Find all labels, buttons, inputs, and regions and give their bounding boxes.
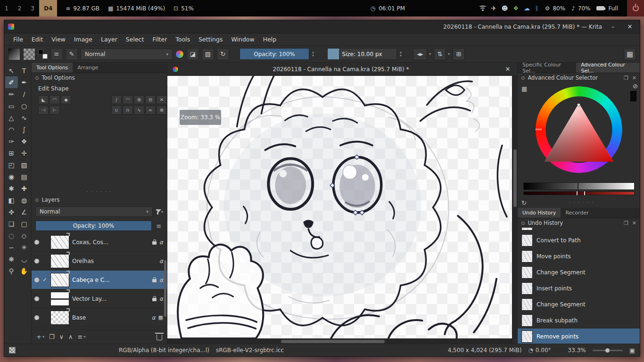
tool-smart-patch[interactable]: ✚ [18, 182, 31, 194]
close-docker-icon-2[interactable]: ✕ [632, 220, 636, 226]
corner-point-button[interactable]: ◣ [38, 95, 49, 104]
undo-item[interactable]: Move points [518, 228, 640, 232]
layer-row[interactable]: ✓Cabeça e C...α [32, 271, 167, 289]
tool-polyline[interactable]: ∿ [18, 112, 31, 123]
layer-row[interactable]: Vector Lay...α [32, 289, 167, 308]
undo-item[interactable]: Remove points [518, 329, 640, 344]
apps-icon[interactable]: ❖ [513, 5, 519, 12]
visibility-icon[interactable] [34, 296, 39, 301]
tool-rectangle[interactable]: ▭ [5, 100, 18, 112]
filter-caret-icon[interactable]: ▾ [161, 210, 163, 214]
workspace-chooser-button[interactable]: ▦ [624, 48, 636, 60]
canvas[interactable]: Zoom: 33.3 % [167, 76, 512, 338]
tool-freehand-select[interactable]: ∽ [5, 241, 18, 253]
move-layer-up-button[interactable]: ∧ [68, 333, 73, 340]
add-layer-button[interactable]: +▾ [36, 333, 44, 340]
zoom-slider-thumb[interactable] [605, 348, 610, 353]
lock-icon[interactable] [152, 298, 157, 301]
layer-name[interactable]: Cabeça e C... [72, 277, 149, 283]
menu-help[interactable]: Help [259, 36, 281, 43]
menu-edit[interactable]: Edit [27, 36, 47, 43]
float-docker-icon-2[interactable]: ❐ [624, 220, 628, 226]
advanced-selector-header[interactable]: ⊙ Advanced Colour Selector ❐ ✕ [518, 73, 640, 82]
workspace-2[interactable]: 2 [13, 0, 26, 16]
close-docker-icon[interactable]: ✕ [632, 75, 636, 81]
alpha-icon[interactable]: α [159, 239, 163, 246]
lock-icon[interactable] [152, 279, 157, 282]
menu-tools[interactable]: Tools [171, 36, 194, 43]
preserve-alpha-button[interactable]: ▨ [202, 48, 214, 60]
document-close-icon[interactable]: ✕ [503, 66, 512, 73]
tab-recorder[interactable]: Recorder [561, 208, 593, 218]
menu-image[interactable]: Image [70, 36, 97, 43]
canvas-only-icon[interactable]: ▣ [629, 347, 635, 354]
layer-row[interactable]: Baseα▦ [32, 308, 167, 327]
menu-filter[interactable]: Filter [148, 36, 171, 43]
undo-history-header[interactable]: ⊙ Undo History ❐ ✕ [518, 218, 640, 228]
mirror-horizontal-button[interactable]: ◂▸ [413, 48, 427, 60]
gradient-chooser-button[interactable] [8, 48, 20, 60]
float-docker-icon[interactable]: ❐ [624, 75, 628, 81]
tool-pattern-edit[interactable]: ▤ [18, 171, 31, 182]
tool-rect-select[interactable]: ▢ [18, 218, 31, 230]
power-button[interactable] [627, 0, 644, 16]
join-segments-button[interactable]: ∪ [111, 106, 122, 115]
delete-layer-button[interactable] [157, 335, 162, 340]
tool-move[interactable]: ✛ [18, 147, 31, 159]
value-strips[interactable] [518, 181, 640, 197]
layer-name[interactable]: Base [72, 314, 149, 321]
symmetric-point-button[interactable]: ◆ [61, 95, 71, 104]
lock-icon[interactable] [152, 241, 157, 245]
tab-arrange[interactable]: Arrange [73, 63, 103, 73]
layer-thumbnail[interactable] [50, 235, 69, 249]
gear-status[interactable]: ⚙ 80% [545, 5, 565, 12]
break-segment-button[interactable]: ⊢ [50, 106, 60, 115]
layer-list-scrollbar[interactable] [164, 260, 166, 317]
opacity-slider[interactable]: Opacity: 100% [239, 48, 309, 60]
tool-ellipse-select[interactable]: ◌ [5, 230, 18, 241]
mirror-h-caret-icon[interactable]: ▾ [429, 52, 431, 56]
layer-opacity-slider[interactable]: Opacity: 100% [35, 221, 152, 231]
bluetooth-icon[interactable]: ᛒ [535, 5, 539, 12]
tool-freehand-brush[interactable]: ✏ [5, 88, 18, 100]
tool-options-header[interactable]: ⊙ Tool Options [32, 73, 167, 82]
discord-icon[interactable]: ☻ [502, 5, 508, 12]
segment-to-curve-button[interactable]: ◠ [123, 95, 133, 104]
tab-specific-colour-selector[interactable]: Specific Colour Sel... [518, 63, 576, 73]
tool-multibrush[interactable]: ❖ [18, 135, 31, 147]
selection-display-icon[interactable] [9, 347, 16, 354]
tool-transform[interactable]: ⊞ [5, 147, 18, 159]
wifi-icon[interactable] [479, 6, 486, 11]
tool-polygon-select[interactable]: ◇ [18, 230, 31, 241]
undo-item[interactable]: Change Segment [518, 296, 640, 313]
refresh-icon[interactable]: ↻ [521, 199, 527, 206]
layer-blend-combo[interactable]: Normal ▾ [35, 206, 153, 217]
reload-preset-button[interactable]: ↻ [217, 48, 229, 60]
telegram-icon[interactable]: ✈ [491, 5, 496, 12]
blend-mode-combo[interactable]: Normal ▾ [81, 49, 173, 60]
layer-thumbnail[interactable] [50, 311, 69, 325]
tool-polygon[interactable]: △ [5, 112, 18, 123]
tool-text[interactable]: T [18, 65, 31, 76]
layers-menu-icon[interactable]: ≡ [155, 222, 163, 230]
layer-name[interactable]: Vector Lay... [72, 296, 149, 302]
tool-calligraphy[interactable]: ✒ [18, 76, 31, 88]
remove-segment-button[interactable]: ✕ [157, 95, 167, 104]
close-button[interactable]: ✕ [624, 23, 636, 30]
horizontal-scroll-thumb[interactable] [281, 340, 384, 343]
tool-crop[interactable]: ◰ [5, 159, 18, 171]
value-slider[interactable] [523, 182, 635, 190]
visibility-icon[interactable] [34, 278, 39, 282]
brush-presets-button[interactable]: ≡ [50, 48, 63, 60]
menu-view[interactable]: View [47, 36, 70, 43]
tool-select-shapes[interactable]: ↖ [5, 65, 18, 76]
undo-item[interactable]: Change Segment [518, 264, 640, 280]
tool-enclose-fill[interactable]: ◍ [18, 194, 31, 206]
minimize-button[interactable]: – [607, 23, 619, 30]
volume[interactable]: ♪ 70% [571, 5, 590, 12]
mirror-vertical-button[interactable]: ⇅ [434, 48, 446, 60]
workspace-3[interactable]: 3 [26, 0, 39, 16]
move-layer-down-button[interactable]: ∨ [59, 333, 64, 340]
eraser-mode-button[interactable]: ◪ [187, 48, 199, 60]
pattern-chooser-button[interactable] [23, 48, 35, 60]
